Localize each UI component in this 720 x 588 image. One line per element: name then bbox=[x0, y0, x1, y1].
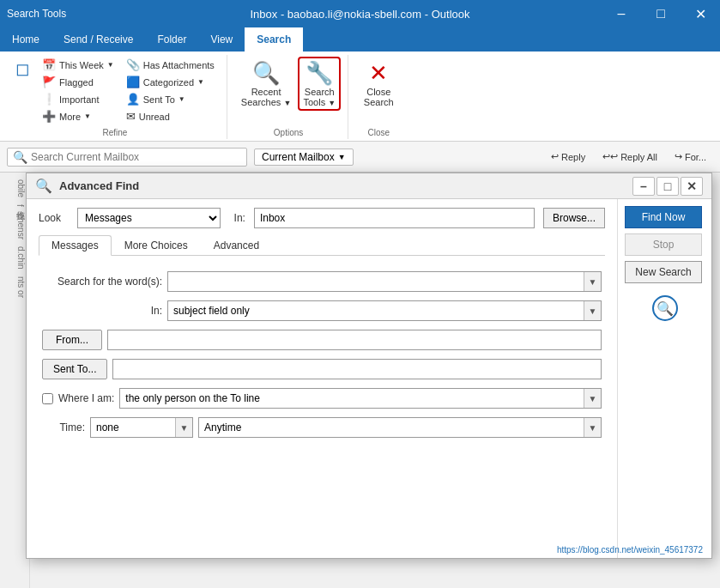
dialog-title-bar: 🔍 Advanced Find – □ ✕ bbox=[27, 173, 711, 199]
where-i-am-input[interactable] bbox=[120, 389, 584, 408]
refine-left: ◻ bbox=[10, 57, 35, 81]
flag-icon: 🚩 bbox=[42, 76, 56, 88]
close-items: ✕ Close Search bbox=[357, 57, 400, 124]
minimize-button[interactable]: – bbox=[602, 0, 641, 27]
time-select-wrap[interactable]: ▼ bbox=[90, 417, 193, 438]
anytime-dropdown[interactable]: ▼ bbox=[584, 418, 601, 437]
recent-searches-icon: 🔍 bbox=[252, 60, 280, 87]
window-controls: – □ ✕ bbox=[602, 0, 720, 27]
anytime-select-wrap[interactable]: ▼ bbox=[198, 417, 602, 438]
tab-messages[interactable]: Messages bbox=[39, 235, 112, 256]
new-search-button[interactable]: New Search bbox=[625, 261, 702, 283]
dialog-maximize-button[interactable]: □ bbox=[656, 177, 679, 196]
ribbon-group-refine: ◻ 📅 This Week ▼ 🚩 Flagged ❕ Im bbox=[3, 55, 227, 139]
options-group-label: Options bbox=[274, 124, 303, 137]
search-icon-small: 🔍 bbox=[13, 150, 27, 164]
search-words-dropdown[interactable]: ▼ bbox=[584, 272, 601, 291]
search-tools-button[interactable]: 🔧 Search Tools ▼ bbox=[298, 57, 341, 111]
flagged-button[interactable]: 🚩 Flagged bbox=[37, 74, 119, 90]
unread-icon: ✉ bbox=[126, 110, 136, 123]
refine-items: ◻ 📅 This Week ▼ 🚩 Flagged ❕ Im bbox=[10, 57, 220, 124]
dialog-minimize-button[interactable]: – bbox=[632, 177, 655, 196]
reply-button[interactable]: ↩ Reply bbox=[544, 149, 592, 165]
in-label: In: bbox=[234, 212, 245, 224]
reply-actions: ↩ Reply ↩↩ Reply All ↪ For... bbox=[544, 149, 713, 165]
tab-advanced[interactable]: Advanced bbox=[201, 235, 272, 255]
from-button[interactable]: From... bbox=[42, 330, 102, 350]
in-field-select-wrap[interactable]: ▼ bbox=[167, 300, 602, 321]
find-now-button[interactable]: Find Now bbox=[625, 206, 702, 228]
in-field-dropdown[interactable]: ▼ bbox=[584, 301, 601, 320]
time-row: Time: ▼ ▼ bbox=[42, 417, 602, 438]
time-select[interactable] bbox=[91, 418, 175, 437]
time-label: Time: bbox=[42, 421, 85, 433]
more-button[interactable]: ➕ More ▼ bbox=[37, 108, 119, 124]
dropdown-arrow-sentto: ▼ bbox=[178, 95, 185, 103]
anytime-select[interactable] bbox=[199, 418, 584, 437]
advanced-find-dialog: 🔍 Advanced Find – □ ✕ Look Messages In: … bbox=[26, 173, 712, 559]
dialog-title: Advanced Find bbox=[59, 179, 139, 192]
select-button[interactable]: ◻ bbox=[10, 57, 35, 81]
reply-all-button[interactable]: ↩↩ Reply All bbox=[596, 149, 664, 165]
tab-folder[interactable]: Folder bbox=[145, 27, 198, 52]
sent-to-button[interactable]: Sent To... bbox=[42, 359, 107, 379]
mailbox-selector[interactable]: Current Mailbox ▼ bbox=[254, 149, 354, 166]
search-illustration: 🔍 bbox=[652, 295, 678, 321]
attachment-icon: 📎 bbox=[126, 58, 140, 71]
search-words-input[interactable] bbox=[168, 272, 584, 291]
tab-search[interactable]: Search bbox=[245, 27, 303, 52]
dialog-close-button[interactable]: ✕ bbox=[681, 177, 703, 196]
search-words-label: Search for the word(s): bbox=[42, 276, 162, 288]
dropdown-arrow-cat: ▼ bbox=[197, 78, 204, 86]
in-input[interactable] bbox=[254, 208, 535, 228]
reply-icon: ↩ bbox=[551, 151, 559, 162]
maximize-button[interactable]: □ bbox=[641, 0, 681, 27]
main-area: obile 操作f chensr d.chin nts or 🔍 Advance… bbox=[0, 173, 720, 588]
select-icon: ◻ bbox=[15, 58, 30, 79]
browse-button[interactable]: Browse... bbox=[543, 208, 605, 228]
dropdown-arrow-thisweek: ▼ bbox=[107, 61, 114, 69]
search-tools-icon: 🔧 bbox=[306, 60, 333, 87]
tab-home[interactable]: Home bbox=[0, 27, 51, 52]
tab-more-choices[interactable]: More Choices bbox=[112, 235, 201, 255]
sent-to-button[interactable]: 👤 Sent To ▼ bbox=[121, 91, 220, 107]
search-words-input-wrap[interactable]: ▼ bbox=[167, 271, 602, 292]
dialog-tabs: Messages More Choices Advanced bbox=[39, 235, 605, 256]
search-input[interactable] bbox=[31, 151, 241, 163]
recent-searches-button[interactable]: 🔍 Recent Searches ▼ bbox=[236, 57, 296, 111]
time-dropdown[interactable]: ▼ bbox=[175, 418, 192, 437]
this-week-button[interactable]: 📅 This Week ▼ bbox=[37, 57, 119, 73]
tab-view[interactable]: View bbox=[198, 27, 245, 52]
where-i-am-checkbox[interactable] bbox=[42, 393, 53, 404]
dialog-find-icon: 🔍 bbox=[35, 178, 52, 194]
close-search-button[interactable]: ✕ Close Search bbox=[357, 57, 400, 111]
important-button[interactable]: ❕ Important bbox=[37, 91, 119, 107]
window-title: Inbox - baobao.li@nokia-sbell.com - Outl… bbox=[251, 8, 470, 21]
dialog-sidebar: Find Now Stop New Search 🔍 bbox=[617, 199, 711, 558]
where-i-am-dropdown[interactable]: ▼ bbox=[584, 389, 601, 408]
from-input[interactable] bbox=[107, 330, 602, 350]
refine-col3: 📎 Has Attachments 🟦 Categorized ▼ 👤 Sent… bbox=[121, 57, 220, 124]
where-i-am-select-wrap[interactable]: ▼ bbox=[119, 388, 602, 409]
categorized-button[interactable]: 🟦 Categorized ▼ bbox=[121, 74, 220, 90]
refine-right: 📅 This Week ▼ 🚩 Flagged ❕ Important ➕ bbox=[37, 57, 119, 124]
search-input-wrap[interactable]: 🔍 bbox=[7, 148, 247, 167]
unread-button[interactable]: ✉ Unread bbox=[121, 108, 220, 124]
forward-button[interactable]: ↪ For... bbox=[668, 149, 713, 165]
has-attachments-button[interactable]: 📎 Has Attachments bbox=[121, 57, 220, 73]
ribbon-content: ◻ 📅 This Week ▼ 🚩 Flagged ❕ Im bbox=[0, 52, 720, 141]
close-button[interactable]: ✕ bbox=[681, 0, 720, 27]
sent-to-input[interactable] bbox=[112, 359, 602, 379]
title-bar: Search Tools Inbox - baobao.li@nokia-sbe… bbox=[0, 0, 720, 27]
stop-button: Stop bbox=[625, 233, 702, 256]
reply-all-icon: ↩↩ bbox=[602, 151, 618, 162]
in-field-select[interactable] bbox=[168, 301, 584, 320]
from-row: From... bbox=[42, 330, 602, 350]
look-label: Look bbox=[39, 212, 69, 224]
look-select[interactable]: Messages bbox=[77, 208, 221, 228]
close-search-icon: ✕ bbox=[369, 60, 388, 87]
where-i-am-label[interactable]: Where I am: bbox=[58, 392, 114, 404]
ribbon-group-options: 🔍 Recent Searches ▼ 🔧 Search Tools ▼ Opt… bbox=[229, 55, 348, 139]
mailbox-dropdown-arrow: ▼ bbox=[338, 153, 346, 161]
tab-send-receive[interactable]: Send / Receive bbox=[51, 27, 145, 52]
